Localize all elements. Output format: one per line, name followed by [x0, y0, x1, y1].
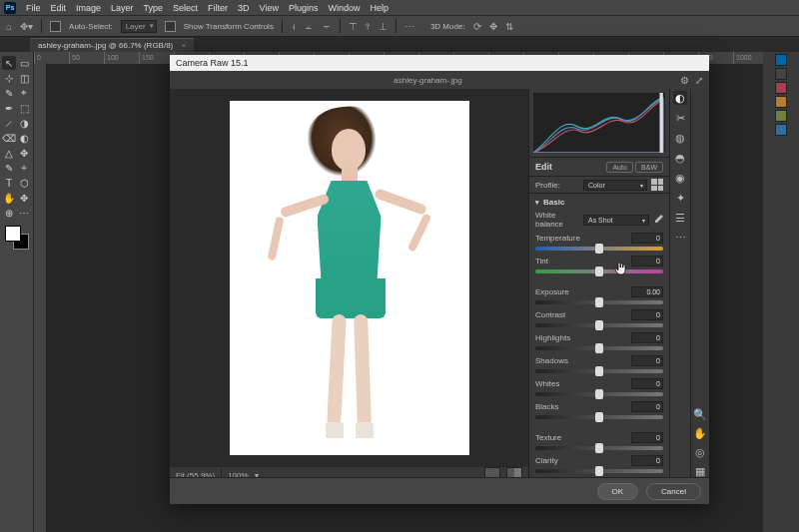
- color-swatch-fg[interactable]: [775, 68, 787, 80]
- dodge-tool-icon[interactable]: ✎: [2, 161, 16, 175]
- menu-layer[interactable]: Layer: [111, 3, 134, 13]
- slider-value[interactable]: 0.00: [631, 286, 663, 297]
- slider-value[interactable]: 0: [631, 256, 663, 266]
- document-tab[interactable]: ashley-graham-.jpg @ 66.7% (RGB/8) ×: [30, 38, 194, 52]
- edit-toolbar-icon[interactable]: ⋯: [17, 206, 31, 220]
- menu-type[interactable]: Type: [144, 3, 164, 13]
- gradient-tool-icon[interactable]: △: [2, 146, 16, 160]
- slider-track[interactable]: [535, 446, 663, 450]
- swatch-green[interactable]: [775, 110, 787, 122]
- slider-knob[interactable]: [595, 266, 603, 276]
- stamp-tool-icon[interactable]: ◑: [17, 116, 31, 130]
- snapshot-icon[interactable]: ✦: [673, 191, 687, 205]
- blur-tool-icon[interactable]: ✥: [17, 146, 31, 160]
- menu-3d[interactable]: 3D: [238, 3, 250, 13]
- slider-track[interactable]: [535, 369, 663, 373]
- redeye-tool-icon[interactable]: ◉: [673, 171, 687, 185]
- swatch-orange[interactable]: [775, 96, 787, 108]
- slider-track[interactable]: [535, 247, 663, 251]
- slider-value[interactable]: 0: [631, 378, 663, 389]
- slider-track[interactable]: [535, 269, 663, 273]
- profile-browser-icon[interactable]: [651, 179, 663, 191]
- swatch-red[interactable]: [775, 82, 787, 94]
- align-right-icon[interactable]: ⫟: [322, 21, 332, 32]
- color-swatches[interactable]: [5, 226, 29, 250]
- zoom-tool-icon[interactable]: 🔍: [693, 408, 707, 421]
- slider-value[interactable]: 0: [631, 401, 663, 412]
- slider-knob[interactable]: [595, 412, 603, 422]
- menu-file[interactable]: File: [26, 3, 41, 13]
- foreground-color-swatch[interactable]: [5, 226, 21, 242]
- bw-button[interactable]: B&W: [635, 162, 663, 173]
- pen-tool-icon[interactable]: ＋: [17, 161, 31, 175]
- eraser-tool-icon[interactable]: ◐: [17, 131, 31, 145]
- slider-track[interactable]: [535, 392, 663, 396]
- 3d-orbit-icon[interactable]: ⟳: [473, 21, 481, 32]
- slider-knob[interactable]: [595, 320, 603, 330]
- menu-help[interactable]: Help: [371, 3, 390, 13]
- 3d-slide-icon[interactable]: ⇅: [505, 21, 513, 32]
- slider-knob[interactable]: [595, 389, 603, 399]
- slider-value[interactable]: 0: [631, 455, 663, 466]
- menu-select[interactable]: Select: [173, 3, 198, 13]
- slider-track[interactable]: [535, 346, 663, 350]
- crop-tool-icon[interactable]: ✂: [673, 111, 687, 125]
- profile-dropdown[interactable]: Color: [583, 180, 647, 191]
- slider-track[interactable]: [535, 415, 663, 419]
- path-tool-icon[interactable]: ⬡: [17, 176, 31, 190]
- fullscreen-icon[interactable]: ⤢: [695, 75, 703, 86]
- align-center-h-icon[interactable]: ⫠: [304, 21, 314, 32]
- 3d-pan-icon[interactable]: ✥: [489, 21, 497, 32]
- rotate-tool-icon[interactable]: ✥: [17, 191, 31, 205]
- autoselect-dropdown[interactable]: Layer: [121, 20, 157, 33]
- single-view-icon[interactable]: [484, 467, 500, 477]
- autoselect-checkbox[interactable]: [50, 21, 61, 32]
- slider-knob[interactable]: [595, 466, 603, 476]
- camera-raw-preview-image[interactable]: [230, 101, 469, 455]
- lasso-tool-icon[interactable]: ⊹: [2, 71, 16, 85]
- close-tab-icon[interactable]: ×: [182, 41, 187, 50]
- transform-checkbox[interactable]: [165, 21, 176, 32]
- menu-image[interactable]: Image: [76, 3, 101, 13]
- slider-knob[interactable]: [595, 343, 603, 353]
- move-tool-preset-icon[interactable]: ✥▾: [20, 21, 33, 32]
- cancel-button[interactable]: Cancel: [646, 483, 701, 500]
- menu-window[interactable]: Window: [329, 3, 361, 13]
- slider-track[interactable]: [535, 323, 663, 327]
- menu-filter[interactable]: Filter: [208, 3, 228, 13]
- slider-knob[interactable]: [595, 297, 603, 307]
- slider-knob[interactable]: [595, 443, 603, 453]
- hand-tool-icon[interactable]: ✋: [2, 191, 16, 205]
- color-swatch-blue[interactable]: [775, 54, 787, 66]
- whitebalance-dropdown[interactable]: As Shot: [583, 215, 649, 226]
- healing-tool-icon[interactable]: ◍: [673, 131, 687, 145]
- slider-track[interactable]: [535, 300, 663, 304]
- history-brush-icon[interactable]: ⌫: [2, 131, 16, 145]
- compare-view-icon[interactable]: [506, 467, 522, 477]
- brush-tool-icon[interactable]: ⟋: [2, 116, 16, 130]
- edit-tool-icon[interactable]: ◐: [673, 91, 687, 105]
- slider-value[interactable]: 0: [631, 309, 663, 320]
- move-tool-icon[interactable]: ↖: [2, 56, 16, 70]
- eyedropper-tool-icon[interactable]: ✒: [2, 101, 16, 115]
- type-tool-icon[interactable]: T: [2, 176, 16, 190]
- align-left-icon[interactable]: ⫞: [291, 21, 296, 32]
- selection-tool-icon[interactable]: ◫: [17, 71, 31, 85]
- slider-knob[interactable]: [595, 366, 603, 376]
- healing-tool-icon[interactable]: ⬚: [17, 101, 31, 115]
- frame-tool-icon[interactable]: ⌖: [17, 86, 31, 100]
- align-center-v-icon[interactable]: ⫯: [366, 21, 371, 32]
- basic-section-header[interactable]: ▾ Basic: [529, 196, 669, 209]
- auto-button[interactable]: Auto: [606, 162, 632, 173]
- hand-tool-icon[interactable]: ✋: [693, 427, 707, 440]
- crop-tool-icon[interactable]: ✎: [2, 86, 16, 100]
- camera-raw-titlebar[interactable]: Camera Raw 15.1: [170, 55, 709, 71]
- swatch-cyan[interactable]: [775, 124, 787, 136]
- slider-value[interactable]: 0: [631, 233, 663, 244]
- menu-plugins[interactable]: Plugins: [289, 3, 319, 13]
- menu-view[interactable]: View: [260, 3, 279, 13]
- menu-edit[interactable]: Edit: [51, 3, 67, 13]
- zoom-tool-icon[interactable]: ⊕: [2, 206, 16, 220]
- align-bottom-icon[interactable]: ⊥: [379, 21, 388, 32]
- slider-track[interactable]: [535, 469, 663, 473]
